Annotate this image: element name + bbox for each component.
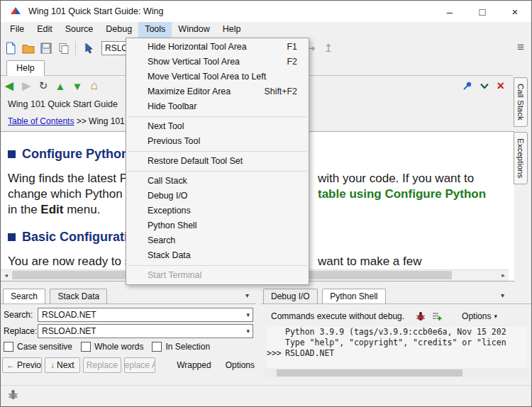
panel-options-icon[interactable]: ▾ — [501, 291, 504, 299]
toolbar-menu-icon[interactable]: ≡ — [517, 40, 524, 55]
menubar-item[interactable]: Edit — [31, 22, 59, 38]
doc-text: with your code. If you want to — [318, 171, 474, 186]
save-icon[interactable] — [38, 40, 54, 56]
open-folder-icon[interactable] — [21, 40, 36, 56]
next-button[interactable]: ↓ Next — [45, 357, 80, 373]
menu-item-label: Stack Data — [148, 248, 191, 263]
debug-bug-icon[interactable] — [416, 311, 426, 321]
replace-input[interactable]: RSLOAD.NET ▾ — [38, 324, 253, 338]
debugger-status-bug-icon[interactable] — [8, 389, 18, 400]
panel-options-icon[interactable]: ▾ — [245, 291, 249, 299]
menubar-item[interactable]: Window — [172, 22, 216, 38]
next-label: Next — [57, 360, 74, 370]
new-file-icon[interactable] — [3, 40, 18, 56]
checkbox-option[interactable]: Case sensitive — [4, 342, 72, 352]
new-prompt-icon[interactable] — [432, 311, 442, 321]
doc-heading-text: Configure Python — [22, 147, 129, 162]
back-icon[interactable]: ◀ — [1, 79, 18, 92]
home-icon[interactable]: ⌂ — [86, 79, 103, 93]
doc-link-text[interactable]: table using Configure Python — [318, 186, 486, 202]
menubar-item[interactable]: Source — [59, 22, 100, 38]
arrow-down-icon: ↓ — [50, 360, 55, 370]
menubar-item[interactable]: Tools — [138, 22, 172, 38]
scrollbar-thumb[interactable] — [277, 369, 462, 377]
search-pointer-icon[interactable] — [82, 40, 97, 56]
tools-menu-item[interactable]: Call Stack — [126, 174, 309, 189]
shell-panel-tabs: Debug I/O Python Shell ▾ — [261, 287, 531, 304]
scroll-right-icon[interactable]: ▸ — [498, 270, 509, 280]
tools-menu-item[interactable]: Search — [126, 233, 309, 248]
tools-menu-item[interactable]: Restore Default Tool Set — [126, 154, 309, 169]
replace-row: Replace: RSLOAD.NET ▾ — [4, 323, 253, 338]
tools-menu-item[interactable]: Stack Data — [126, 248, 309, 263]
panel-tab[interactable]: Search — [3, 289, 45, 303]
page-up-icon[interactable]: ▲ — [52, 80, 69, 92]
forward-icon[interactable]: ▶ — [18, 79, 35, 92]
panel-tab[interactable]: Debug I/O — [263, 289, 318, 303]
page-down-icon[interactable]: ▼ — [69, 80, 86, 92]
search-options-button[interactable]: Options — [226, 360, 255, 370]
heading-bullet-icon — [8, 233, 16, 241]
tools-menu-item[interactable]: Start Terminal — [126, 268, 309, 283]
previous-button[interactable]: ← Previous — [2, 357, 42, 373]
vertical-tab[interactable]: Exceptions — [514, 132, 528, 184]
tools-menu-item[interactable]: Hide Horizontal Tool Area F1 — [126, 40, 309, 55]
chevron-down-icon[interactable]: ▾ — [246, 311, 250, 318]
python-shell-panel: Debug I/O Python Shell ▾ Commands execut… — [261, 287, 531, 379]
search-row: Search: RSLOAD.NET ▾ — [4, 307, 253, 322]
tools-menu-item[interactable]: Move Vertical Tool Area to Left — [126, 69, 309, 84]
replace-label: Replace: — [4, 326, 38, 336]
menu-item-label: Call Stack — [148, 174, 187, 189]
search-panel: Search Stack Data ▾ Search: RSLOAD.NET ▾… — [1, 287, 256, 379]
breadcrumb-link[interactable]: Table of Contents — [8, 116, 74, 126]
search-input[interactable]: RSLOAD.NET ▾ — [38, 308, 253, 322]
tools-menu-item[interactable]: Next Tool — [126, 119, 309, 134]
shell-horizontal-scrollbar[interactable] — [264, 369, 528, 377]
checkbox-label: In Selection — [165, 342, 210, 352]
scroll-left-icon[interactable]: ◂ — [1, 270, 11, 280]
chevron-down-icon[interactable]: ▾ — [246, 328, 250, 335]
menubar-item[interactable]: Debug — [99, 22, 138, 38]
tools-menu-item[interactable]: Hide Toolbar — [126, 99, 309, 114]
tools-menu-item[interactable]: Exceptions — [126, 203, 309, 218]
shell-output[interactable]: Python 3.9.9 (tags/v3.9.9:ccb0e6a, Nov 1… — [267, 327, 527, 367]
pin-icon[interactable] — [462, 81, 472, 91]
menu-bar: File Edit Source Debug Tools Window Help — [1, 22, 531, 38]
tools-menu-item[interactable]: Debug I/O — [126, 189, 309, 203]
reload-icon[interactable]: ↻ — [35, 79, 52, 92]
step-out-icon[interactable]: ↥ — [321, 40, 336, 56]
panel-tab[interactable]: Stack Data — [50, 289, 107, 303]
menubar-item[interactable]: Help — [216, 22, 248, 38]
checkbox-icon[interactable] — [4, 342, 13, 352]
tools-menu-item[interactable]: Maximize Editor Area Shift+F2 — [126, 84, 309, 99]
replace-all-button[interactable]: Replace All — [124, 357, 155, 373]
panel-tab[interactable]: Python Shell — [322, 289, 385, 303]
tools-menu-item[interactable]: Python Shell — [126, 218, 309, 233]
close-panel-icon[interactable]: × — [497, 79, 504, 92]
checkbox-option[interactable]: In Selection — [152, 342, 210, 352]
replace-button[interactable]: Replace — [83, 357, 121, 373]
tools-menu-item[interactable]: Previous Tool — [126, 134, 309, 149]
tools-menu: Hide Horizontal Tool Area F1 Show Vertic… — [126, 38, 309, 285]
checkbox-option[interactable]: Whole words — [81, 342, 143, 352]
checkbox-icon[interactable] — [152, 342, 162, 352]
title-bar: Wing 101 Quick Start Guide: Wing – □ × — [1, 1, 531, 22]
maximize-button[interactable]: □ — [466, 1, 499, 22]
vertical-tab[interactable]: Call Stack — [514, 77, 528, 127]
shell-status-text: Commands execute without debug. — [271, 311, 404, 321]
minimize-button[interactable]: – — [433, 1, 466, 22]
tab-help[interactable]: Help — [6, 60, 45, 76]
menu-item-label: Search — [148, 233, 175, 248]
close-button[interactable]: × — [499, 1, 531, 22]
breadcrumb-current: Wing 101 — [89, 116, 125, 126]
tools-menu-item[interactable]: Show Vertical Tool Area F2 — [126, 55, 309, 69]
previous-label: Previous — [17, 360, 42, 370]
checkbox-icon[interactable] — [81, 342, 91, 352]
menubar-item[interactable]: File — [4, 22, 31, 38]
shell-options-button[interactable]: Options ▾ — [462, 311, 497, 321]
shell-prompt: >>> — [267, 348, 285, 359]
shell-text: Type "help", "copyright", "credits" or "… — [285, 338, 506, 348]
copy-icon[interactable] — [56, 40, 72, 56]
menu-item-shortcut: F1 — [287, 40, 297, 55]
chevron-down-icon[interactable] — [480, 83, 489, 89]
